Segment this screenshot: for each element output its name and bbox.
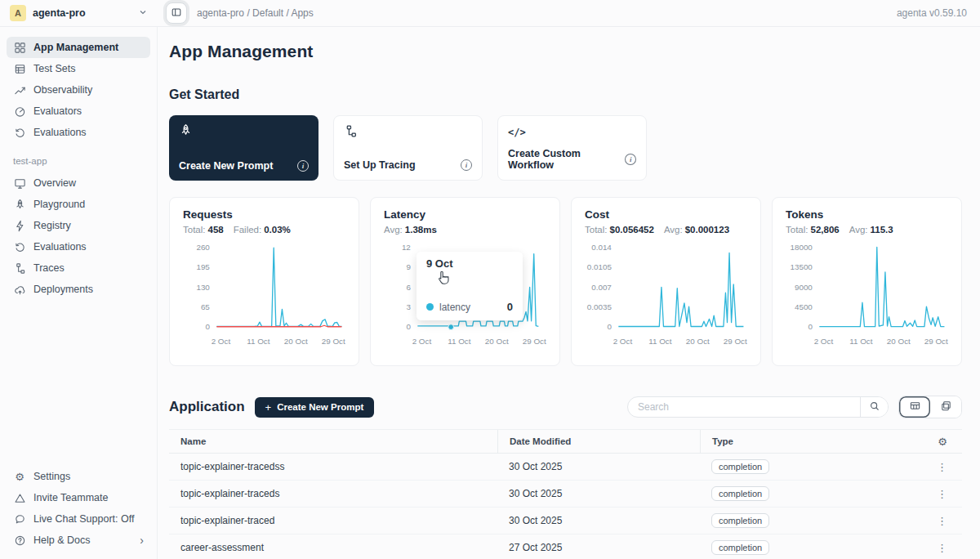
- chart-requests[interactable]: 0651301952602 Oct11 Oct20 Oct29 Oct: [183, 239, 347, 355]
- stat-metric: Total:458: [183, 225, 224, 235]
- get-started-card-create-custom-workflow[interactable]: </>Create Custom Workflowi: [497, 115, 647, 181]
- chart-tokens[interactable]: 04500900013500180002 Oct11 Oct20 Oct29 O…: [786, 239, 950, 355]
- sidebar-item-app-management[interactable]: App Management: [7, 37, 150, 58]
- sidebar-item-registry[interactable]: Registry: [7, 215, 150, 236]
- chart-cost[interactable]: 00.00350.0070.01050.0142 Oct11 Oct20 Oct…: [585, 239, 749, 355]
- table-row-career-assessment[interactable]: career-assessment27 Oct 2025completion⋮: [169, 534, 962, 559]
- tooltip-series-name: latency: [439, 302, 470, 313]
- svg-text:0: 0: [205, 322, 210, 331]
- sidebar-item-overview[interactable]: Overview: [7, 172, 150, 194]
- series-tokens: [819, 247, 944, 326]
- svg-text:29 Oct: 29 Oct: [724, 337, 747, 346]
- sidebar-item-settings[interactable]: ⚙Settings: [7, 466, 150, 487]
- breadcrumb[interactable]: agenta-pro / Default / Apps: [197, 7, 314, 19]
- sidebar-item-label: Evaluations: [33, 127, 87, 138]
- row-actions-kebab-icon[interactable]: ⋮: [937, 461, 947, 473]
- sidebar-item-label: Observability: [33, 84, 92, 96]
- svg-text:0.014: 0.014: [591, 243, 612, 252]
- get-started-card-set-up-tracing[interactable]: Set Up Tracingi: [333, 115, 483, 181]
- svg-text:65: 65: [201, 302, 210, 311]
- sidebar-item-deployments[interactable]: Deployments: [7, 279, 150, 300]
- app-root: A agenta-pro agenta-pro / Default / Apps…: [0, 0, 980, 559]
- search-button[interactable]: [860, 397, 888, 417]
- sidebar-item-invite-teammate[interactable]: Invite Teammate: [7, 487, 150, 508]
- table-view-button[interactable]: [899, 396, 930, 418]
- get-started-cards: Create New PromptiSet Up Tracingi</>Crea…: [169, 115, 962, 181]
- sidebar-item-traces[interactable]: Traces: [7, 257, 150, 279]
- row-actions-kebab-icon[interactable]: ⋮: [937, 515, 947, 527]
- gauge-icon: [13, 105, 26, 118]
- chevron-right-icon: ›: [140, 534, 144, 546]
- table-row-topic-explainer-traced[interactable]: topic-explainer-traced30 Oct 2025complet…: [169, 508, 962, 534]
- sidebar-item-label: Live Chat Support: Off: [33, 513, 134, 525]
- row-actions-kebab-icon[interactable]: ⋮: [937, 488, 947, 500]
- sidebar-item-label: Overview: [33, 177, 76, 189]
- create-new-prompt-button[interactable]: + Create New Prompt: [255, 397, 375, 418]
- code-icon: </>: [508, 127, 526, 138]
- question-icon: [13, 534, 26, 547]
- svg-text:0: 0: [406, 322, 411, 331]
- tooltip-date: 9 Oct: [426, 257, 513, 270]
- svg-text:20 Oct: 20 Oct: [284, 337, 308, 346]
- svg-text:11 Oct: 11 Oct: [448, 337, 471, 346]
- table-row-topic-explainer-tracedss[interactable]: topic-explainer-tracedss30 Oct 2025compl…: [169, 454, 962, 481]
- table-header-row: NameDate ModifiedType⚙: [169, 429, 962, 454]
- svg-text:11 Oct: 11 Oct: [247, 337, 270, 346]
- search-icon: [869, 400, 880, 414]
- hovered-point-marker: [448, 324, 454, 330]
- svg-text:11 Oct: 11 Oct: [849, 337, 873, 346]
- info-icon[interactable]: i: [625, 154, 636, 165]
- column-header-date-modified: Date Modified: [497, 430, 700, 453]
- sidebar-bottom: ⚙SettingsInvite TeammateLive Chat Suppor…: [7, 466, 150, 551]
- workspace-selector[interactable]: A agenta-pro: [0, 5, 158, 21]
- application-header: Application + Create New Prompt: [169, 396, 962, 418]
- info-icon[interactable]: i: [461, 159, 472, 171]
- get-started-card-label: Create Custom Workflow: [508, 148, 625, 171]
- sidebar-item-label: Evaluators: [33, 105, 82, 117]
- sidebar-item-evaluations[interactable]: Evaluations: [7, 122, 150, 143]
- sidebar-item-live-chat-support-off[interactable]: Live Chat Support: Off: [7, 508, 150, 530]
- sidebar-item-test-sets[interactable]: Test Sets: [7, 58, 150, 79]
- sidebar-item-observability[interactable]: Observability: [7, 79, 150, 101]
- stat-card-title: Requests: [183, 208, 345, 221]
- sidebar-item-evaluators[interactable]: Evaluators: [7, 101, 150, 122]
- svg-text:29 Oct: 29 Oct: [523, 337, 546, 346]
- sidebar-item-help-docs[interactable]: Help & Docs›: [7, 530, 150, 551]
- gear-icon: ⚙: [13, 470, 26, 483]
- stat-metric: Avg:$0.000123: [664, 225, 729, 235]
- triangle-icon: [13, 491, 26, 504]
- table-row-topic-explainer-traceds[interactable]: topic-explainer-traceds30 Oct 2025comple…: [169, 481, 962, 508]
- svg-text:130: 130: [196, 283, 210, 292]
- table-settings-gear-icon[interactable]: ⚙: [938, 436, 947, 448]
- row-actions-kebab-icon[interactable]: ⋮: [937, 542, 947, 554]
- lightning-icon: [13, 219, 26, 232]
- get-started-card-create-new-prompt[interactable]: Create New Prompti: [169, 115, 318, 181]
- info-icon[interactable]: i: [297, 160, 309, 172]
- svg-text:0: 0: [808, 322, 813, 331]
- type-badge: completion: [711, 459, 769, 474]
- sidebar-collapse-button[interactable]: [166, 2, 187, 24]
- panel-left-icon: [171, 7, 182, 20]
- sidebar-item-label: Help & Docs: [33, 534, 90, 546]
- workspace-name: agenta-pro: [33, 7, 131, 19]
- get-started-card-label: Set Up Tracing: [344, 159, 416, 171]
- series-success: [216, 248, 341, 326]
- stat-card-requests: RequestsTotal:458Failed:0.03%06513019526…: [169, 197, 359, 366]
- sidebar-item-label: App Management: [33, 42, 118, 53]
- refresh-icon: [13, 240, 26, 253]
- sidebar-item-evaluations[interactable]: Evaluations: [7, 236, 150, 257]
- hand-cursor-icon: [436, 270, 452, 290]
- sidebar-item-playground[interactable]: Playground: [7, 194, 150, 215]
- stats-row: RequestsTotal:458Failed:0.03%06513019526…: [169, 197, 962, 366]
- sidebar-item-label: Playground: [33, 199, 85, 210]
- svg-text:20 Oct: 20 Oct: [485, 337, 509, 346]
- svg-text:18000: 18000: [790, 243, 813, 252]
- column-header-type: Type: [700, 430, 875, 453]
- app-name-cell: topic-explainer-traced: [169, 515, 497, 526]
- chart-line-icon: [13, 83, 26, 96]
- card-view-button[interactable]: [930, 396, 961, 418]
- rocket-icon: [179, 123, 193, 140]
- sidebar-item-label: Traces: [33, 262, 65, 274]
- svg-text:2 Oct: 2 Oct: [814, 337, 834, 346]
- search-input[interactable]: [628, 401, 860, 413]
